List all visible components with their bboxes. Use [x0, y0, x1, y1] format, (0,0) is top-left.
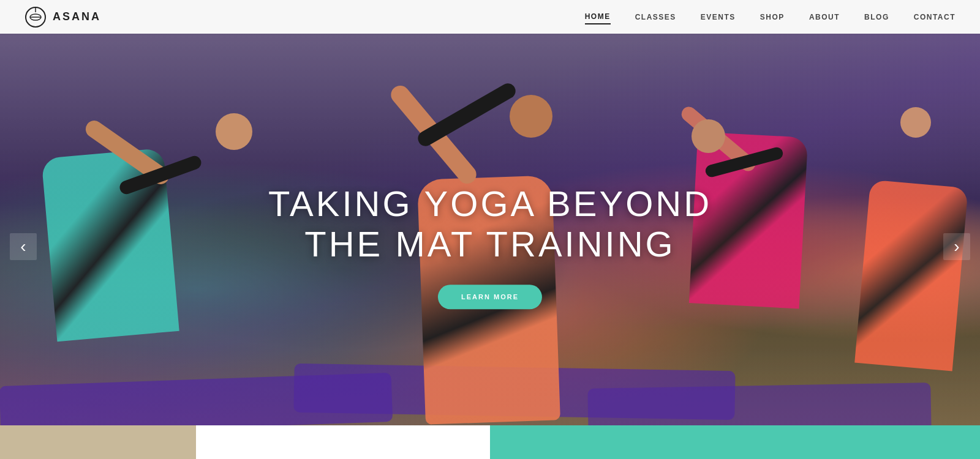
logo-area[interactable]: ASANA: [24, 6, 101, 28]
nav-home[interactable]: HOME: [585, 10, 611, 24]
bottom-strip: [0, 425, 980, 459]
main-nav: HOME CLASSES EVENTS SHOP ABOUT BLOG CONT…: [585, 10, 956, 24]
hero-content: TAKING YOGA BEYOND THE MAT TRAINING LEAR…: [268, 184, 712, 309]
strip-mid: [196, 425, 490, 459]
nav-blog[interactable]: BLOG: [864, 10, 889, 24]
logo-icon: [24, 6, 47, 28]
hero-title: TAKING YOGA BEYOND THE MAT TRAINING: [268, 184, 712, 265]
slider-prev-button[interactable]: ‹: [10, 233, 37, 260]
strip-right: [490, 425, 980, 459]
site-header: ASANA HOME CLASSES EVENTS SHOP ABOUT BLO…: [0, 0, 980, 34]
nav-events[interactable]: EVENTS: [701, 10, 736, 24]
learn-more-button[interactable]: LEARN MORE: [438, 285, 542, 309]
nav-shop[interactable]: SHOP: [760, 10, 785, 24]
hero-title-line2: THE MAT TRAINING: [304, 225, 675, 264]
strip-left: [0, 425, 196, 459]
logo-text: ASANA: [53, 10, 101, 23]
hero-section: TAKING YOGA BEYOND THE MAT TRAINING LEAR…: [0, 34, 980, 459]
hero-title-line1: TAKING YOGA BEYOND: [268, 184, 712, 223]
nav-about[interactable]: ABOUT: [809, 10, 840, 24]
slider-next-button[interactable]: ›: [943, 233, 970, 260]
nav-contact[interactable]: CONTACT: [914, 10, 956, 24]
nav-classes[interactable]: CLASSES: [635, 10, 676, 24]
